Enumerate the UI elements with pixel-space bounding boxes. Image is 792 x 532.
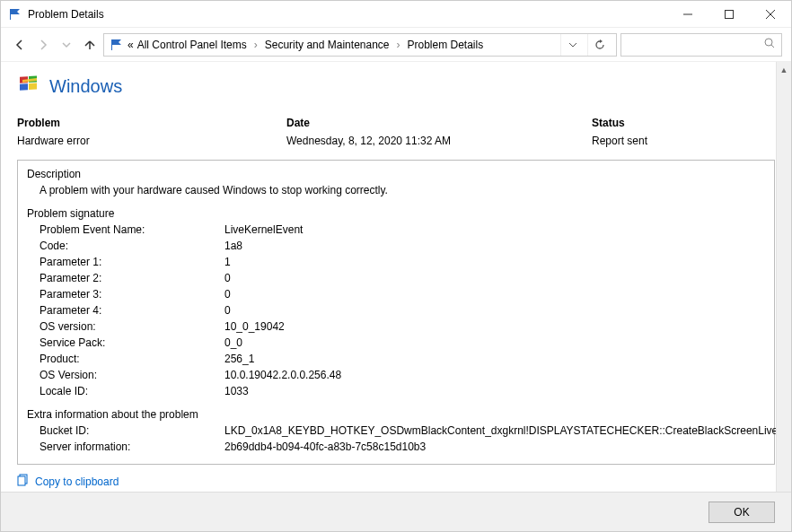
- search-icon: [763, 37, 776, 52]
- up-button[interactable]: [80, 35, 100, 55]
- signature-key: Service Pack:: [27, 335, 224, 351]
- signature-row: Service Pack:0_0: [27, 335, 765, 351]
- svg-rect-2: [726, 10, 734, 18]
- copy-to-clipboard-link[interactable]: Copy to clipboard: [17, 474, 775, 489]
- signature-value: 1: [224, 254, 765, 270]
- window-title: Problem Details: [28, 8, 104, 21]
- search-input[interactable]: [620, 33, 782, 57]
- breadcrumb-item[interactable]: Security and Maintenance: [265, 39, 390, 51]
- breadcrumb-prefix: «: [128, 39, 134, 51]
- svg-rect-0: [10, 9, 11, 20]
- col-header-problem: Problem: [17, 117, 286, 129]
- signature-row: Locale ID:1033: [27, 383, 765, 399]
- signature-value: 0: [224, 302, 765, 318]
- minimize-button[interactable]: [667, 1, 708, 28]
- problem-value: Hardware error: [17, 135, 286, 147]
- chevron-right-icon: ›: [393, 39, 404, 51]
- signature-row: Parameter 2:0: [27, 270, 765, 286]
- signature-key: OS Version:: [27, 367, 224, 383]
- address-bar[interactable]: « All Control Panel Items › Security and…: [103, 33, 617, 57]
- description-text: A problem with your hardware caused Wind…: [27, 182, 765, 198]
- extra-key: Server information:: [27, 439, 224, 455]
- signature-value: 0_0: [224, 335, 765, 351]
- signature-label: Problem signature: [27, 205, 765, 222]
- signature-value: 1a8: [224, 238, 765, 254]
- signature-key: Parameter 3:: [27, 286, 224, 302]
- copy-label: Copy to clipboard: [35, 475, 119, 488]
- breadcrumb-item[interactable]: Problem Details: [408, 39, 484, 51]
- scroll-up-icon[interactable]: ▲: [777, 62, 791, 77]
- signature-row: Problem Event Name:LiveKernelEvent: [27, 222, 765, 238]
- extra-value: 2b69ddb4-b094-40fc-a83b-7c58c15d10b3: [224, 439, 765, 455]
- signature-key: Locale ID:: [27, 383, 224, 399]
- close-button[interactable]: [750, 1, 791, 28]
- flag-icon: [110, 38, 124, 52]
- refresh-button[interactable]: [587, 34, 611, 56]
- signature-key: Parameter 1:: [27, 254, 224, 270]
- ok-button[interactable]: OK: [708, 501, 775, 523]
- windows-flag-icon: [17, 73, 42, 100]
- back-button[interactable]: [10, 35, 30, 55]
- col-header-date: Date: [286, 117, 592, 129]
- signature-key: Parameter 2:: [27, 270, 224, 286]
- col-header-status: Status: [592, 117, 775, 129]
- svg-rect-5: [111, 39, 112, 50]
- summary-grid: Problem Date Status Hardware error Wedne…: [17, 117, 775, 147]
- signature-row: OS version:10_0_19042: [27, 318, 765, 335]
- signature-row: Product:256_1: [27, 351, 765, 367]
- vertical-scrollbar[interactable]: ▲: [776, 62, 791, 492]
- signature-row: Parameter 3:0: [27, 286, 765, 302]
- forward-button[interactable]: [33, 35, 53, 55]
- signature-value: 10.0.19042.2.0.0.256.48: [224, 367, 765, 383]
- extra-row: Server information:2b69ddb4-b094-40fc-a8…: [27, 439, 765, 455]
- breadcrumb-item[interactable]: All Control Panel Items: [137, 39, 247, 51]
- nav-bar: « All Control Panel Items › Security and…: [1, 28, 791, 62]
- flag-icon: [8, 7, 22, 22]
- details-box: Description A problem with your hardware…: [17, 160, 775, 465]
- page-title: Windows: [49, 76, 122, 97]
- svg-rect-13: [18, 476, 25, 485]
- signature-key: Problem Event Name:: [27, 222, 224, 238]
- date-value: Wednesday, 8, 12, 2020 11:32 AM: [286, 135, 592, 147]
- description-label: Description: [27, 166, 765, 182]
- svg-rect-11: [29, 83, 37, 90]
- signature-value: 256_1: [224, 351, 765, 367]
- signature-value: 10_0_19042: [224, 318, 765, 335]
- svg-line-7: [771, 45, 774, 48]
- title-bar: Problem Details: [1, 1, 791, 28]
- signature-value: 0: [224, 270, 765, 286]
- signature-row: Code:1a8: [27, 238, 765, 254]
- extra-label: Extra information about the problem: [27, 406, 765, 423]
- status-value: Report sent: [592, 135, 775, 147]
- signature-key: Product:: [27, 351, 224, 367]
- page-heading: Windows: [17, 73, 775, 100]
- maximize-button[interactable]: [708, 1, 750, 28]
- content-area: Windows Problem Date Status Hardware err…: [1, 62, 791, 492]
- signature-value: 0: [224, 286, 765, 302]
- chevron-right-icon: ›: [251, 39, 261, 51]
- svg-point-6: [765, 39, 772, 46]
- signature-row: OS Version:10.0.19042.2.0.0.256.48: [27, 367, 765, 383]
- signature-value: LiveKernelEvent: [224, 222, 765, 238]
- address-dropdown[interactable]: [560, 34, 584, 56]
- footer: OK: [1, 492, 791, 531]
- signature-row: Parameter 4:0: [27, 302, 765, 318]
- signature-key: OS version:: [27, 318, 224, 335]
- extra-value: LKD_0x1A8_KEYBD_HOTKEY_OSDwmBlackContent…: [224, 423, 791, 439]
- signature-key: Code:: [27, 238, 224, 254]
- recent-dropdown[interactable]: [57, 35, 76, 55]
- signature-value: 1033: [224, 383, 765, 399]
- svg-rect-10: [20, 83, 28, 91]
- copy-icon: [17, 474, 30, 489]
- signature-key: Parameter 4:: [27, 302, 224, 318]
- signature-row: Parameter 1:1: [27, 254, 765, 270]
- extra-key: Bucket ID:: [27, 423, 224, 439]
- extra-row: Bucket ID:LKD_0x1A8_KEYBD_HOTKEY_OSDwmBl…: [27, 423, 765, 439]
